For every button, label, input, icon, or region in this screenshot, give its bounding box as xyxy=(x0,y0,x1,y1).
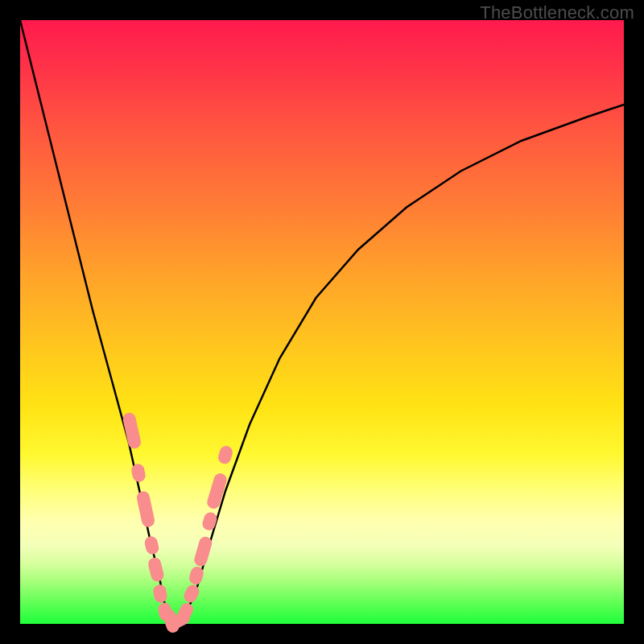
curve-marker xyxy=(192,535,213,568)
curve-marker xyxy=(161,608,181,635)
curve-marker xyxy=(122,411,142,449)
curve-marker xyxy=(201,510,219,531)
curve-marker xyxy=(147,556,165,583)
curve-marker xyxy=(157,601,173,621)
curve-marker xyxy=(217,444,234,465)
curve-marker xyxy=(152,584,168,604)
chart-svg xyxy=(20,20,624,624)
curve-marker xyxy=(188,565,205,586)
curve-marker xyxy=(182,583,201,605)
outer-frame: TheBottleneck.com xyxy=(0,0,644,644)
curve-marker xyxy=(135,490,155,528)
curve-marker xyxy=(143,535,160,556)
curve-marker xyxy=(205,472,228,510)
plot-area xyxy=(20,20,624,624)
bottleneck-curve xyxy=(20,20,624,624)
curve-marker xyxy=(175,601,195,622)
curve-marker xyxy=(130,463,147,483)
curve-marker xyxy=(165,609,192,632)
